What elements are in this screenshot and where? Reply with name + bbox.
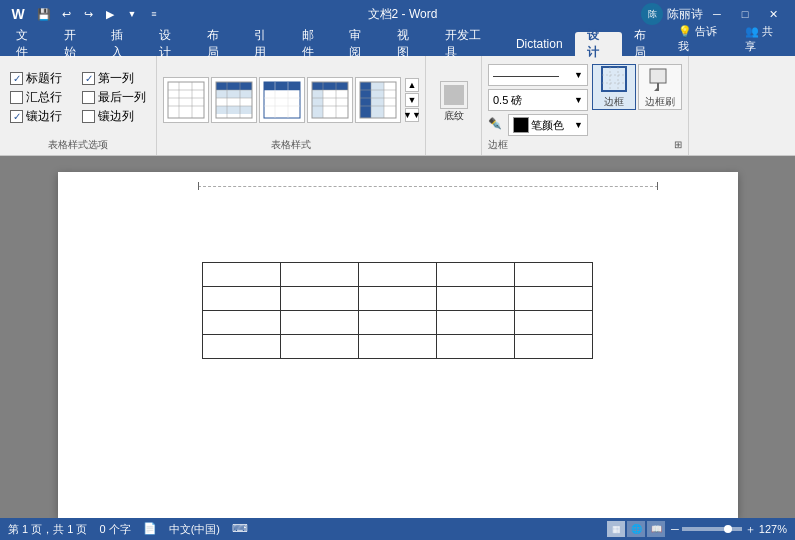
tab-home[interactable]: 开始	[52, 32, 100, 56]
border-thickness-row: 0.5 磅 ▼	[488, 89, 588, 111]
tab-mailings[interactable]: 邮件	[290, 32, 338, 56]
tab-view[interactable]: 视图	[385, 32, 433, 56]
svg-rect-40	[602, 67, 626, 91]
tab-file[interactable]: 文件	[4, 32, 52, 56]
svg-rect-33	[371, 82, 384, 118]
redo-btn[interactable]: ↪	[78, 4, 98, 24]
border-edges-btn[interactable]: 边框	[592, 64, 636, 110]
border-controls: —————— ▼ 0.5 磅 ▼ ✒️	[488, 64, 588, 136]
cb-banded-cols-box[interactable]	[82, 110, 95, 123]
cb-last-col[interactable]: 最后一列	[82, 89, 146, 106]
more-btn[interactable]: ▼	[122, 4, 142, 24]
word-count: 0 个字	[99, 522, 130, 537]
cb-total-row[interactable]: 汇总行	[10, 89, 74, 106]
table-style-4[interactable]	[307, 77, 353, 123]
cb-first-col-box[interactable]	[82, 72, 95, 85]
tab-design[interactable]: 设计	[147, 32, 195, 56]
svg-rect-8	[216, 98, 252, 106]
cb-total-row-label: 汇总行	[26, 89, 62, 106]
table-cell[interactable]	[515, 311, 593, 335]
table-cell[interactable]	[359, 311, 437, 335]
ribbon-content: 标题行 第一列 汇总行 最后一列 镶边行	[0, 56, 795, 156]
col-marker-right	[657, 182, 658, 190]
tab-layout[interactable]: 布局	[195, 32, 243, 56]
table-cell[interactable]	[203, 335, 281, 359]
zoom-slider[interactable]	[682, 527, 742, 531]
tab-table-design[interactable]: 设计	[575, 32, 623, 56]
document-scroll[interactable]	[0, 156, 795, 518]
zoom-out-btn[interactable]: ─	[671, 523, 679, 535]
table-cell[interactable]	[359, 335, 437, 359]
cb-banded-rows[interactable]: 镶边行	[10, 108, 74, 125]
table-style-5[interactable]	[355, 77, 401, 123]
scroll-up-btn[interactable]: ▲	[405, 78, 419, 92]
table-cell[interactable]	[515, 263, 593, 287]
print-view-btn[interactable]: ▦	[607, 521, 625, 537]
web-view-btn[interactable]: 🌐	[627, 521, 645, 537]
save-btn[interactable]: 💾	[34, 4, 54, 24]
cb-header-row-box[interactable]	[10, 72, 23, 85]
cb-banded-cols[interactable]: 镶边列	[82, 108, 146, 125]
tell-me-btn[interactable]: 💡 告诉我	[670, 22, 735, 56]
border-style-dropdown[interactable]: —————— ▼	[488, 64, 588, 86]
scroll-more-btn[interactable]: ▼▼	[405, 108, 419, 122]
tab-table-layout[interactable]: 布局	[622, 32, 670, 56]
table-cell[interactable]	[281, 335, 359, 359]
table-style-3[interactable]	[259, 77, 305, 123]
svg-rect-7	[216, 90, 252, 98]
table-cell[interactable]	[437, 263, 515, 287]
table-cell[interactable]	[515, 335, 593, 359]
svg-rect-6	[216, 82, 252, 90]
zoom-in-btn[interactable]: ＋	[745, 522, 756, 537]
cb-banded-rows-box[interactable]	[10, 110, 23, 123]
user-icon[interactable]: 陈	[641, 3, 663, 25]
customize-btn[interactable]: ≡	[144, 4, 164, 24]
svg-rect-17	[264, 90, 300, 118]
tab-references[interactable]: 引用	[242, 32, 290, 56]
scroll-down-btn[interactable]: ▼	[405, 93, 419, 107]
ribbon-tabs: 文件 开始 插入 设计 布局 引用 邮件 审阅 视图 开发工具 Dictatio…	[0, 28, 795, 56]
table-cell[interactable]	[359, 287, 437, 311]
tab-dictation[interactable]: Dictation	[504, 32, 575, 56]
read-view-btn[interactable]: 📖	[647, 521, 665, 537]
cb-total-row-box[interactable]	[10, 91, 23, 104]
cb-last-col-box[interactable]	[82, 91, 95, 104]
tab-review[interactable]: 审阅	[337, 32, 385, 56]
table-cell[interactable]	[281, 311, 359, 335]
shading-btn[interactable]: 底纹	[435, 79, 473, 125]
border-expand-btn[interactable]: ⊞	[674, 139, 682, 150]
shading-label: 底纹	[444, 109, 464, 123]
table-cell[interactable]	[281, 263, 359, 287]
table-cell[interactable]	[203, 263, 281, 287]
border-group: —————— ▼ 0.5 磅 ▼ ✒️	[482, 56, 689, 155]
table-cell[interactable]	[203, 287, 281, 311]
shading-group-dummy	[432, 141, 475, 155]
table-styles-scroll: ▲ ▼ ▼▼	[405, 78, 419, 122]
cb-first-col[interactable]: 第一列	[82, 70, 146, 87]
undo-btn[interactable]: ↩	[56, 4, 76, 24]
share-btn[interactable]: 👥 共享	[737, 22, 791, 56]
table-style-2[interactable]	[211, 77, 257, 123]
word-table[interactable]	[202, 262, 593, 359]
table-style-1[interactable]	[163, 77, 209, 123]
border-color-dropdown[interactable]: 笔颜色 ▼	[508, 114, 588, 136]
svg-marker-47	[654, 87, 658, 91]
table-styles-group: ▲ ▼ ▼▼ 表格样式	[157, 56, 426, 155]
border-painter-btn[interactable]: 边框刷	[638, 64, 682, 110]
cb-header-row[interactable]: 标题行	[10, 70, 74, 87]
tab-insert[interactable]: 插入	[99, 32, 147, 56]
table-cell[interactable]	[437, 287, 515, 311]
status-bar: 第 1 页，共 1 页 0 个字 📄 中文(中国) ⌨ ▦ 🌐 📖 ─ ＋ 12…	[0, 518, 795, 540]
play-btn[interactable]: ▶	[100, 4, 120, 24]
tab-developer[interactable]: 开发工具	[433, 32, 504, 56]
table-cell[interactable]	[203, 311, 281, 335]
checkbox-group: 标题行 第一列 汇总行 最后一列 镶边行	[6, 66, 150, 129]
table-cell[interactable]	[281, 287, 359, 311]
table-cell[interactable]	[437, 335, 515, 359]
table-cell[interactable]	[437, 311, 515, 335]
table-cell[interactable]	[515, 287, 593, 311]
view-buttons: ▦ 🌐 📖	[607, 521, 665, 537]
table-row	[203, 335, 593, 359]
table-cell[interactable]	[359, 263, 437, 287]
border-thickness-dropdown[interactable]: 0.5 磅 ▼	[488, 89, 588, 111]
